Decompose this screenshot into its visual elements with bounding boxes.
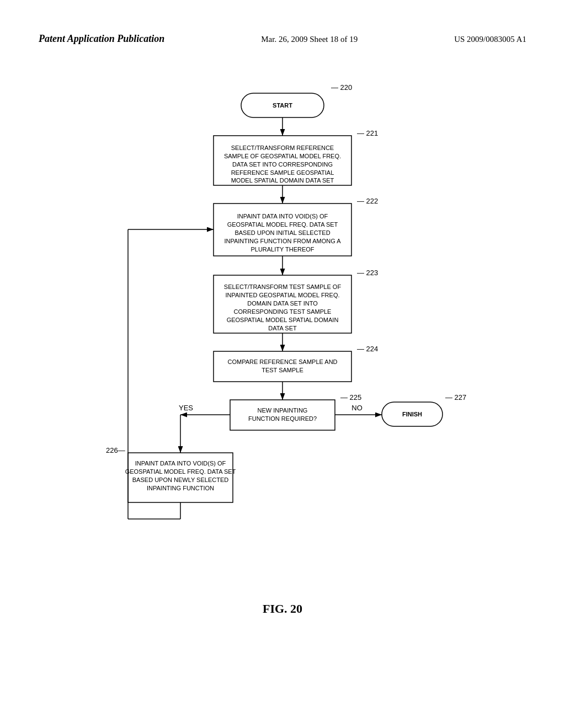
svg-text:COMPARE REFERENCE SAMPLE AND: COMPARE REFERENCE SAMPLE AND	[227, 358, 337, 365]
svg-text:DOMAIN DATA SET INTO: DOMAIN DATA SET INTO	[247, 300, 318, 307]
svg-text:CORRESPONDING TEST SAMPLE: CORRESPONDING TEST SAMPLE	[234, 308, 332, 315]
svg-text:— 220: — 220	[331, 83, 352, 92]
page: Patent Application Publication Mar. 26, …	[0, 0, 565, 728]
svg-text:SELECT/TRANSFORM REFERENCE: SELECT/TRANSFORM REFERENCE	[231, 144, 334, 151]
svg-text:NEW INPAINTING: NEW INPAINTING	[258, 407, 308, 414]
svg-text:226—: 226—	[106, 446, 125, 454]
svg-text:— 225: — 225	[340, 393, 361, 402]
svg-text:FINISH: FINISH	[402, 411, 422, 417]
svg-text:— 221: — 221	[357, 129, 378, 137]
node-221: SELECT/TRANSFORM REFERENCE SAMPLE OF GEO…	[214, 129, 378, 185]
svg-text:YES: YES	[179, 404, 193, 412]
svg-text:FUNCTION REQUIRED?: FUNCTION REQUIRED?	[248, 415, 317, 422]
svg-text:GEOSPATIAL MODEL FREQ. DATA SE: GEOSPATIAL MODEL FREQ. DATA SET	[227, 221, 338, 228]
svg-text:INPAINTING FUNCTION: INPAINTING FUNCTION	[147, 485, 214, 491]
svg-text:GEOSPATIAL MODEL FREQ. DATA SE: GEOSPATIAL MODEL FREQ. DATA SET	[125, 468, 236, 475]
svg-text:SAMPLE OF GEOSPATIAL MODEL FRE: SAMPLE OF GEOSPATIAL MODEL FREQ.	[224, 153, 341, 159]
svg-text:TEST SAMPLE: TEST SAMPLE	[262, 367, 303, 373]
svg-text:BASED UPON INITIAL SELECTED: BASED UPON INITIAL SELECTED	[234, 229, 330, 236]
svg-text:— 223: — 223	[357, 269, 378, 277]
svg-text:INPAINTED GEOSPATIAL MODEL FRE: INPAINTED GEOSPATIAL MODEL FREQ.	[226, 292, 340, 298]
flowchart-container: .box-text { font-family: Arial, sans-ser…	[89, 78, 476, 585]
svg-text:MODEL SPATIAL DOMAIN DATA SET: MODEL SPATIAL DOMAIN DATA SET	[231, 177, 334, 184]
svg-text:— 222: — 222	[357, 197, 378, 205]
svg-text:NO: NO	[351, 404, 363, 412]
node-227-finish: FINISH — 227	[382, 393, 466, 426]
node-220-start: START — 220	[241, 83, 352, 117]
node-222: INPAINT DATA INTO VOID(S) OF GEOSPATIAL …	[214, 197, 378, 256]
figure-label: FIG. 20	[0, 602, 565, 638]
svg-text:SELECT/TRANSFORM TEST SAMPLE O: SELECT/TRANSFORM TEST SAMPLE OF	[224, 283, 342, 290]
header-date-sheet: Mar. 26, 2009 Sheet 18 of 19	[261, 35, 358, 44]
page-header: Patent Application Publication Mar. 26, …	[0, 0, 565, 56]
svg-text:BASED UPON NEWLY SELECTED: BASED UPON NEWLY SELECTED	[132, 477, 228, 483]
svg-text:GEOSPATIAL MODEL SPATIAL DOMAI: GEOSPATIAL MODEL SPATIAL DOMAIN	[227, 317, 339, 323]
flowchart-svg: .box-text { font-family: Arial, sans-ser…	[95, 78, 470, 585]
svg-text:— 224: — 224	[357, 345, 378, 353]
svg-text:DATA SET: DATA SET	[268, 325, 297, 331]
svg-text:DATA SET INTO CORRESPONDING: DATA SET INTO CORRESPONDING	[232, 161, 333, 168]
svg-text:PLURALITY THEREOF: PLURALITY THEREOF	[250, 246, 314, 253]
svg-text:INPAINT DATA INTO VOID(S) OF: INPAINT DATA INTO VOID(S) OF	[237, 213, 328, 220]
node-224: COMPARE REFERENCE SAMPLE AND TEST SAMPLE…	[214, 345, 378, 382]
svg-text:INPAINT DATA INTO VOID(S) OF: INPAINT DATA INTO VOID(S) OF	[135, 460, 226, 467]
svg-text:REFERENCE SAMPLE GEOSPATIAL: REFERENCE SAMPLE GEOSPATIAL	[231, 169, 334, 176]
svg-text:— 227: — 227	[445, 393, 466, 402]
header-patent-number: US 2009/0083005 A1	[454, 35, 526, 44]
header-title: Patent Application Publication	[39, 33, 164, 45]
node-226: INPAINT DATA INTO VOID(S) OF GEOSPATIAL …	[106, 446, 236, 502]
svg-text:INPAINTING FUNCTION FROM AMONG: INPAINTING FUNCTION FROM AMONG A	[224, 238, 341, 244]
svg-text:START: START	[273, 102, 292, 109]
node-225: NEW INPAINTING FUNCTION REQUIRED? — 225	[230, 393, 361, 430]
fig-label-text: FIG. 20	[263, 602, 302, 615]
node-223: SELECT/TRANSFORM TEST SAMPLE OF INPAINTE…	[214, 269, 378, 333]
